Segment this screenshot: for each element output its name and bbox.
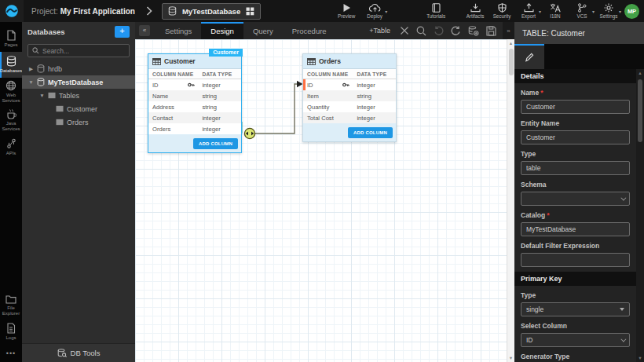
user-avatar[interactable]: MP (624, 4, 639, 19)
pencil-icon (525, 53, 534, 62)
rail-item-apis[interactable]: APIs (0, 134, 22, 160)
app-logo[interactable] (0, 0, 24, 22)
tree-item-customer[interactable]: Customer (22, 102, 135, 115)
table-card-customer[interactable]: Customer Customer COLUMN NAME DATA TYPE (148, 53, 242, 153)
search-input[interactable] (42, 47, 125, 55)
table-icon (48, 92, 56, 99)
dashboard-grid-icon[interactable] (246, 7, 254, 16)
scroll-down-icon[interactable]: ▼ (509, 356, 513, 360)
reimport-db-button[interactable] (468, 26, 479, 36)
design-canvas[interactable]: Customer Customer COLUMN NAME DATA TYPE (135, 39, 514, 362)
table-card-orders[interactable]: Orders COLUMN NAME DATA TYPE ID (302, 53, 397, 142)
export-caret-icon[interactable]: ▾ (539, 9, 541, 14)
rail-item-databases[interactable]: Databases (0, 52, 22, 78)
tab-query[interactable]: Query (243, 22, 283, 39)
tree-item-orders[interactable]: Orders (22, 115, 135, 129)
settings-caret-icon[interactable]: ▾ (619, 9, 621, 14)
add-column-button[interactable]: ADD COLUMN (193, 138, 238, 149)
scroll-up-icon[interactable]: ▲ (509, 41, 513, 46)
table-row[interactable]: Contact integer (148, 112, 241, 123)
default-filter-input[interactable] (521, 253, 630, 267)
tree-item-label: hrdb (48, 65, 62, 73)
export-button[interactable]: Export ▾ (515, 3, 542, 19)
rail-label: File Explorer (0, 305, 22, 316)
artifacts-label: Artifacts (467, 13, 485, 19)
rail-label: Web Services (0, 93, 22, 104)
name-input[interactable] (521, 100, 630, 114)
tab-procedure[interactable]: Procedure (283, 22, 336, 39)
type-input[interactable] (521, 161, 630, 175)
deploy-button[interactable]: Deploy ▾ (361, 3, 388, 19)
column-header-row: COLUMN NAME DATA TYPE (303, 69, 396, 79)
table-row-fk-target[interactable]: ID integer (303, 79, 396, 90)
table-card-header[interactable]: Orders (303, 54, 396, 69)
rail-more-button[interactable]: ••• (0, 345, 22, 362)
pk-type-select[interactable]: single (521, 302, 630, 316)
security-button[interactable]: Security (488, 3, 515, 19)
table-row[interactable]: Address string (148, 101, 241, 112)
add-database-button[interactable]: + (115, 26, 130, 38)
scroll-down-icon[interactable]: ▼ (638, 356, 642, 360)
vcs-caret-icon[interactable]: ▾ (592, 9, 595, 14)
entity-name-input[interactable] (521, 130, 630, 144)
catalog-input[interactable] (521, 222, 630, 236)
table-rows: ID integer Name string (148, 79, 241, 134)
undo-button[interactable] (434, 26, 444, 35)
tree-item-hrdb[interactable]: ▶ hrdb (22, 62, 135, 75)
add-column-button[interactable]: ADD COLUMN (348, 127, 393, 138)
scrollbar-thumb[interactable] (638, 79, 642, 142)
collapse-arrow-icon[interactable]: ▼ (39, 93, 45, 98)
open-resource-tab-mytestdatabase[interactable]: MyTestDatabase (162, 3, 261, 20)
table-row[interactable]: Orders integer (148, 123, 241, 134)
scroll-up-icon[interactable]: ▲ (638, 71, 642, 75)
wavemaker-logo-icon (5, 4, 19, 18)
rail-item-file-explorer[interactable]: File Explorer (0, 292, 22, 319)
table-row[interactable]: Name string (148, 90, 241, 101)
scrollbar-thumb[interactable] (509, 49, 514, 75)
field-pk-type: Type single (521, 291, 630, 316)
field-default-filter: Default Filter Expression (521, 242, 630, 267)
table-row[interactable]: Quantity integer (303, 101, 396, 112)
tree-item-tables[interactable]: ▼ Tables (22, 89, 135, 102)
rail-item-logs[interactable]: Logs (0, 319, 22, 345)
inspector-vertical-scrollbar[interactable]: ▲ ▼ (636, 69, 644, 362)
delete-button[interactable] (400, 26, 409, 35)
expand-arrow-icon[interactable]: ▶ (28, 66, 34, 72)
deploy-caret-icon[interactable]: ▾ (385, 9, 387, 14)
artifacts-button[interactable]: Artifacts (462, 3, 488, 19)
tutorials-button[interactable]: Tutorials (423, 3, 449, 19)
db-tools-button[interactable]: DB Tools (22, 343, 135, 362)
database-tree: ▶ hrdb ▼ MyTestDatabase ▼ (22, 62, 135, 343)
search-tool-button[interactable] (416, 26, 426, 36)
section-details: Details (514, 69, 636, 83)
table-name: Customer (164, 57, 196, 65)
add-table-button[interactable]: +Table (369, 27, 390, 35)
chevron-down-icon (620, 195, 626, 200)
settings-button[interactable]: Settings ▾ (595, 3, 622, 19)
field-entity-name: Entity Name (521, 119, 630, 144)
tab-settings[interactable]: Settings (156, 22, 201, 39)
col-header-name: COLUMN NAME (303, 71, 357, 77)
tree-search[interactable] (27, 44, 130, 57)
tab-edit-properties[interactable] (514, 44, 544, 69)
left-rail: Pages Databases Web Services (0, 22, 22, 362)
table-row[interactable]: Total Cost integer (303, 112, 396, 123)
tree-item-mytestdatabase[interactable]: ▼ MyTestDatabase (22, 75, 135, 89)
rail-item-java-services[interactable]: Java Services (0, 106, 22, 134)
table-row[interactable]: Item string (303, 90, 396, 101)
collapse-panel-button[interactable]: « (139, 25, 150, 36)
save-button[interactable] (486, 26, 496, 36)
table-row[interactable]: ID integer (148, 79, 241, 90)
pk-column-select[interactable]: ID (521, 333, 630, 347)
preview-button[interactable]: Preview (333, 3, 360, 19)
canvas-vertical-scrollbar[interactable]: ▲ ▼ (507, 39, 514, 362)
redo-button[interactable] (451, 26, 461, 35)
tab-design[interactable]: Design (201, 22, 243, 39)
schema-select[interactable] (521, 192, 630, 206)
expand-inspector-button[interactable]: » (503, 22, 514, 39)
i18n-button[interactable]: I18N (542, 3, 569, 19)
collapse-arrow-icon[interactable]: ▼ (28, 79, 34, 85)
rail-item-pages[interactable]: Pages (0, 26, 22, 52)
rail-item-web-services[interactable]: Web Services (0, 78, 22, 106)
vcs-button[interactable]: VCS ▾ (569, 3, 595, 19)
